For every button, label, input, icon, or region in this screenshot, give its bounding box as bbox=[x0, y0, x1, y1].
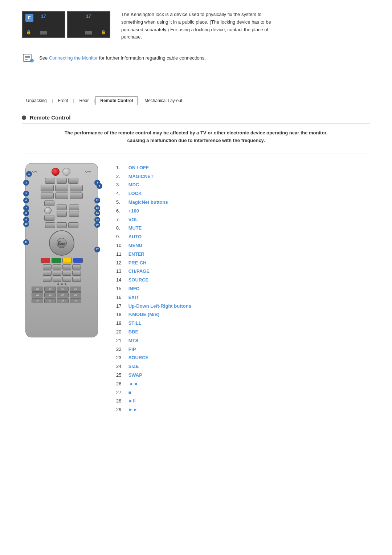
remote-dot-1 bbox=[57, 283, 59, 285]
remote-lock-btn bbox=[68, 178, 78, 184]
ann-12: 12 bbox=[94, 198, 100, 203]
legend-num-14: 14. bbox=[116, 276, 127, 284]
remote-magicnet-btn-5 bbox=[55, 193, 68, 199]
legend-label-21: MTS bbox=[128, 338, 138, 343]
legend-item-3: 3. MDC bbox=[116, 181, 370, 189]
note-post-text: for further information regarding cable … bbox=[98, 55, 206, 61]
remote-on-off-row: ON OFF bbox=[29, 168, 94, 176]
remote-colored-row bbox=[29, 258, 94, 263]
remote-grid-btn-5 bbox=[43, 271, 52, 276]
legend-label-26: ◄◄ bbox=[128, 381, 138, 386]
remote-content: ON OFF bbox=[22, 163, 370, 415]
monitor-panel-left: E 17 🔒 bbox=[22, 11, 65, 38]
remote-mdc-btn bbox=[57, 178, 67, 184]
legend-label-18: P.MODE (M/B) bbox=[128, 312, 160, 317]
legend-num-10: 10. bbox=[116, 242, 127, 250]
remote-menu-row bbox=[29, 222, 94, 228]
remote-magicnet-row2 bbox=[29, 193, 94, 199]
legend-item-28: 28. ►II bbox=[116, 397, 370, 405]
legend-item-26: 26. ◄◄ bbox=[116, 380, 370, 388]
legend-num-3: 3. bbox=[116, 181, 127, 189]
legend-num-27: 27. bbox=[116, 389, 127, 397]
tab-remote-control[interactable]: Remote Control bbox=[95, 96, 138, 105]
legend-label-12: PRE-CH bbox=[128, 260, 147, 266]
monitor-label-e: E bbox=[25, 14, 33, 22]
remote-number-grid: 18 19 20 21 22 23 24 25 26 27 28 29 bbox=[32, 287, 92, 303]
nav-sep-1: | bbox=[52, 98, 53, 103]
legend-num-16: 16. bbox=[116, 294, 127, 301]
remote-num-row-18-21: 18 19 20 21 bbox=[32, 287, 92, 292]
legend-num-29: 29. bbox=[116, 406, 127, 414]
legend-label-19: STILL bbox=[128, 320, 142, 326]
legend-label-11: ENTER bbox=[128, 251, 144, 257]
remote-magicnet-btn-4 bbox=[41, 193, 54, 199]
legend-num-17: 17. bbox=[116, 303, 127, 310]
remote-grid-btn-1 bbox=[43, 264, 52, 270]
tab-front[interactable]: Front bbox=[54, 97, 73, 105]
nav-sep-3: | bbox=[94, 98, 95, 103]
remote-grid-btn-7 bbox=[62, 271, 71, 276]
remote-grid-btn-12 bbox=[72, 277, 81, 282]
legend-label-23: SOURCE bbox=[128, 355, 149, 360]
legend-label-13: CH/PAGE bbox=[128, 268, 150, 274]
remote-dot-2 bbox=[61, 283, 63, 285]
remote-grid-btn-2 bbox=[53, 264, 61, 270]
tab-rear[interactable]: Rear bbox=[75, 97, 93, 105]
tab-mechanical-layout[interactable]: Mechanical Lay-out bbox=[140, 97, 187, 105]
ann-6: 6 bbox=[23, 198, 29, 203]
remote-num-row-22-25: 22 23 24 25 bbox=[32, 292, 92, 297]
remote-num-row-26-29: 26 27 28 29 bbox=[32, 298, 92, 303]
ann-16: 16 bbox=[94, 222, 100, 228]
monitor-image: E 17 🔒 17 🔒 bbox=[22, 11, 110, 38]
remote-grid-btn-4 bbox=[72, 264, 81, 270]
remote-vol-row bbox=[29, 200, 94, 221]
remote-menu-btn bbox=[45, 222, 55, 228]
remote-magicnet-btn bbox=[45, 178, 55, 184]
remote-power-button bbox=[52, 168, 60, 176]
remote-vol-down bbox=[44, 215, 54, 221]
remote-grid-btn-8 bbox=[72, 271, 81, 276]
remote-grid-btn-3 bbox=[62, 264, 71, 270]
legend-num-20: 20. bbox=[116, 328, 127, 336]
remote-off-button bbox=[62, 168, 70, 176]
legend-label-3: MDC bbox=[128, 182, 139, 187]
legend-num-26: 26. bbox=[116, 380, 127, 388]
remote-grid-btn-9 bbox=[43, 277, 52, 282]
monitor-number-right: 17 bbox=[86, 14, 91, 19]
legend-item-22: 22. PIP bbox=[116, 346, 370, 353]
monitor-panel-right: 17 🔒 bbox=[67, 11, 110, 38]
remote-magicnet-btn-2 bbox=[55, 185, 68, 191]
legend-item-27: 27. ■ bbox=[116, 389, 370, 397]
remote-off-label: OFF bbox=[85, 170, 91, 173]
legend-item-18: 18. P.MODE (M/B) bbox=[116, 311, 370, 319]
ann-11: 11 bbox=[23, 239, 29, 245]
legend-num-22: 22. bbox=[116, 346, 127, 353]
legend-label-2: MAGICNET bbox=[128, 174, 154, 179]
remote-grid-section bbox=[29, 264, 94, 282]
remote-magicnet-btn-1 bbox=[41, 185, 54, 191]
legend-num-28: 28. bbox=[116, 397, 127, 405]
legend-num-21: 21. bbox=[116, 337, 127, 345]
remote-row2 bbox=[29, 178, 94, 184]
remote-num-24: 24 bbox=[57, 292, 69, 297]
legend-item-6: 6. +100 bbox=[116, 207, 370, 215]
remote-dots bbox=[29, 283, 94, 285]
ann-5: 5 bbox=[23, 191, 29, 197]
remote-yellow-btn bbox=[62, 258, 72, 263]
legend-item-10: 10. MENU bbox=[116, 242, 370, 250]
legend-item-5: 5. MagicNet buttons bbox=[116, 199, 370, 206]
ann-14: 14 bbox=[94, 210, 100, 216]
remote-exit-btn bbox=[68, 222, 78, 228]
legend-num-19: 19. bbox=[116, 320, 127, 327]
legend-num-25: 25. bbox=[116, 372, 127, 379]
warning-text: The performance of the remote control ma… bbox=[60, 129, 332, 145]
tab-unpacking[interactable]: Unpacking bbox=[22, 97, 51, 105]
remote-num-25: 25 bbox=[70, 292, 81, 297]
nav-sep-4: | bbox=[138, 98, 139, 103]
connecting-monitor-link[interactable]: Connecting the Monitor bbox=[49, 55, 98, 61]
legend-item-11: 11. ENTER bbox=[116, 251, 370, 258]
legend-num-18: 18. bbox=[116, 311, 127, 319]
ann-8: 8 bbox=[23, 210, 29, 216]
remote-dot-3 bbox=[65, 283, 66, 285]
legend-num-6: 6. bbox=[116, 207, 127, 215]
